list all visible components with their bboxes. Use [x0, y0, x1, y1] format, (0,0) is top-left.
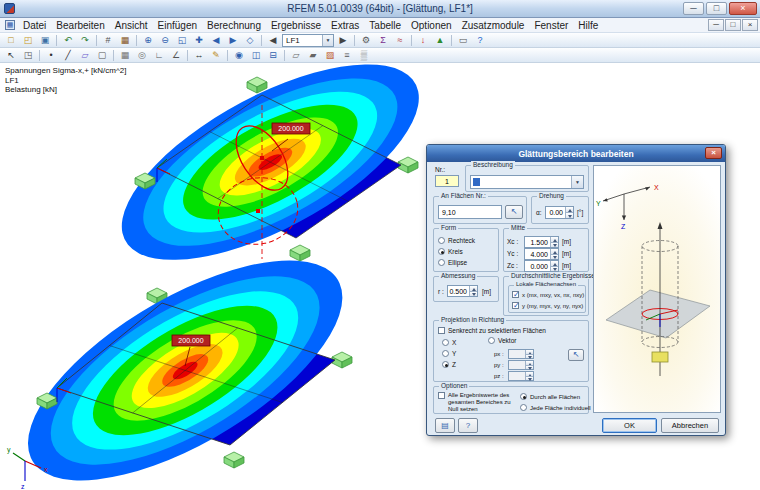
- loads-icon[interactable]: ↓: [415, 34, 431, 47]
- px-field[interactable]: [508, 349, 534, 359]
- menu-extras[interactable]: Extras: [326, 19, 364, 32]
- mdi-restore-button[interactable]: □: [725, 19, 741, 31]
- senkrecht-checkbox[interactable]: Senkrecht zu selektierten Flächen: [438, 327, 546, 334]
- pick-vector-button[interactable]: ↖: [568, 349, 584, 361]
- form-option-ellipse[interactable]: Ellipse: [438, 259, 467, 266]
- py-field[interactable]: [508, 360, 534, 370]
- open-project-icon[interactable]: ◰: [20, 34, 36, 47]
- numbering-icon[interactable]: #: [100, 34, 116, 47]
- spinner[interactable]: [525, 372, 533, 380]
- snap-icon[interactable]: ◎: [134, 49, 150, 62]
- zoom-in-icon[interactable]: ⊕: [140, 34, 156, 47]
- menu-berechnung[interactable]: Berechnung: [202, 19, 266, 32]
- menu-ergebnisse[interactable]: Ergebnisse: [266, 19, 326, 32]
- load-case-combo[interactable]: LF1 ▼: [282, 34, 334, 47]
- menu-einfuegen[interactable]: Einfügen: [153, 19, 202, 32]
- support-pad[interactable]: [247, 77, 267, 93]
- results-icon[interactable]: Σ: [375, 34, 391, 47]
- next-load-case-icon[interactable]: ▶: [335, 34, 351, 47]
- menu-fenster[interactable]: Fenster: [529, 19, 573, 32]
- projektion-option-y[interactable]: Y: [442, 350, 456, 357]
- projektion-option-z[interactable]: Z: [442, 361, 456, 368]
- model-canvas[interactable]: Spannungen Sigma-x,+ [kN/cm^2] LF1 Belas…: [0, 63, 760, 490]
- visibility-icon[interactable]: ◉: [231, 49, 247, 62]
- nr-field[interactable]: 1: [435, 175, 459, 187]
- ok-button[interactable]: OK: [602, 418, 657, 433]
- support-pad[interactable]: [224, 452, 244, 468]
- spinner[interactable]: [550, 261, 558, 271]
- grid-icon[interactable]: ▦: [117, 49, 133, 62]
- xc-field[interactable]: 1.500: [524, 236, 559, 248]
- spinner[interactable]: [469, 286, 477, 296]
- pick-surfaces-button[interactable]: ↖: [505, 205, 523, 219]
- surface-icon[interactable]: ▱: [77, 49, 93, 62]
- mdi-close-button[interactable]: ×: [742, 19, 758, 31]
- undo-icon[interactable]: ↶: [60, 34, 76, 47]
- menu-hilfe[interactable]: Hilfe: [573, 19, 603, 32]
- support-pad[interactable]: [290, 245, 310, 261]
- close-button[interactable]: ×: [729, 2, 757, 15]
- isometric-view-icon[interactable]: ◇: [242, 34, 258, 47]
- option-jede-flaeche[interactable]: Jede Fläche individuell: [520, 404, 591, 411]
- wireframe-icon[interactable]: ▱: [288, 49, 304, 62]
- spinner[interactable]: [525, 350, 533, 358]
- projektion-option-x[interactable]: X: [442, 339, 456, 346]
- form-option-kreis[interactable]: Kreis: [438, 248, 463, 255]
- menu-bearbeiten[interactable]: Bearbeiten: [51, 19, 109, 32]
- spinner[interactable]: [550, 249, 558, 259]
- help-button[interactable]: ?: [458, 418, 478, 433]
- restore-button[interactable]: □: [706, 2, 727, 15]
- zc-field[interactable]: 0.000: [524, 260, 559, 272]
- menu-ansicht[interactable]: Ansicht: [110, 19, 153, 32]
- r-field[interactable]: 0.500: [447, 285, 478, 297]
- help-icon[interactable]: ?: [472, 34, 488, 47]
- ortho-icon[interactable]: ∟: [151, 49, 167, 62]
- views-icon[interactable]: ◫: [248, 49, 264, 62]
- calculation-icon[interactable]: ⚙: [358, 34, 374, 47]
- supports-icon[interactable]: ▲: [432, 34, 448, 47]
- next-view-icon[interactable]: ▶: [225, 34, 241, 47]
- spinner[interactable]: [525, 361, 533, 369]
- previous-view-icon[interactable]: ◀: [208, 34, 224, 47]
- spinner[interactable]: [565, 207, 573, 218]
- menu-zusatzmodule[interactable]: Zusatzmodule: [457, 19, 530, 32]
- beschreibung-combo[interactable]: ▼: [470, 175, 584, 189]
- flaechen-field[interactable]: 9,10: [438, 205, 502, 219]
- null-setzen-checkbox[interactable]: Alle Ergebniswerte des gesamten Bereiche…: [438, 392, 514, 413]
- zoom-window-icon[interactable]: ◱: [174, 34, 190, 47]
- menu-optionen[interactable]: Optionen: [406, 19, 457, 32]
- result-values-icon[interactable]: ≈: [392, 34, 408, 47]
- print-icon[interactable]: ▭: [455, 34, 471, 47]
- new-document-icon[interactable]: □: [3, 34, 19, 47]
- redo-icon[interactable]: ↷: [77, 34, 93, 47]
- opening-icon[interactable]: ▢: [94, 49, 110, 62]
- display-settings-icon[interactable]: ≡: [339, 49, 355, 62]
- background-icon[interactable]: ▒: [356, 49, 372, 62]
- dialog-close-button[interactable]: ×: [705, 147, 722, 159]
- projektion-option-vektor[interactable]: Vektor: [488, 337, 516, 344]
- previous-load-case-icon[interactable]: ◀: [265, 34, 281, 47]
- alpha-field[interactable]: 0.00: [545, 206, 574, 219]
- cancel-button[interactable]: Abbrechen: [661, 418, 719, 433]
- dimension-icon[interactable]: ↔: [191, 49, 207, 62]
- menu-datei[interactable]: Datei: [18, 19, 51, 32]
- chevron-down-icon[interactable]: ▼: [571, 176, 583, 188]
- pz-field[interactable]: [508, 371, 534, 381]
- option-durch-alle-flaechen[interactable]: Durch alle Flächen: [520, 393, 580, 400]
- colors-icon[interactable]: ▨: [322, 49, 338, 62]
- menu-tabelle[interactable]: Tabelle: [364, 19, 406, 32]
- angle-icon[interactable]: ∠: [168, 49, 184, 62]
- save-icon[interactable]: ▣: [37, 34, 53, 47]
- comment-icon[interactable]: ✎: [208, 49, 224, 62]
- axes-y-checkbox[interactable]: y (my, myx, vy, ny, nyx): [512, 302, 583, 309]
- axes-x-checkbox[interactable]: x (mx, mxy, vx, nx, nxy): [512, 291, 584, 298]
- form-option-rechteck[interactable]: Rechteck: [438, 237, 475, 244]
- line-icon[interactable]: ╱: [60, 49, 76, 62]
- surface-top-plate[interactable]: [70, 63, 480, 293]
- zoom-out-icon[interactable]: ⊖: [157, 34, 173, 47]
- select-window-icon[interactable]: ◳: [20, 49, 36, 62]
- yc-field[interactable]: 4.000: [524, 248, 559, 260]
- spinner[interactable]: [550, 237, 558, 247]
- minimize-button[interactable]: ─: [683, 2, 704, 15]
- pan-icon[interactable]: ✚: [191, 34, 207, 47]
